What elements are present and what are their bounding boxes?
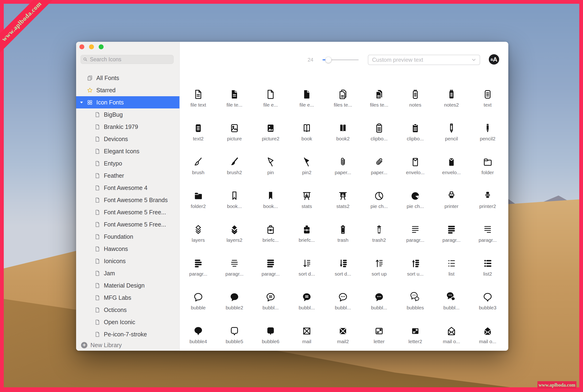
grid-item-pie-ch[interactable]: pie ch... [397, 190, 433, 223]
grid-item-trash2[interactable]: trash2 [361, 223, 397, 257]
close-button[interactable] [79, 44, 84, 49]
sidebar-item-font-awesome-5-free[interactable]: Font Awesome 5 Free... [76, 206, 180, 218]
grid-item-files-te[interactable]: files te... [361, 88, 397, 122]
sidebar-item-material-design[interactable]: Material Design [76, 279, 180, 292]
sidebar-item-brankic-1979[interactable]: Brankic 1979 [76, 121, 180, 133]
slider-thumb[interactable] [325, 57, 331, 63]
grid-item-file-text[interactable]: file text [180, 88, 216, 122]
grid-item-bubbl[interactable]: bubbl... [325, 291, 361, 325]
grid-item-pencil[interactable]: pencil [433, 122, 469, 156]
grid-item-folder[interactable]: folder [469, 156, 506, 190]
grid-item-book[interactable]: book... [216, 190, 253, 223]
sidebar-item-jam[interactable]: Jam [76, 267, 180, 279]
grid-item-trash[interactable]: trash [325, 223, 361, 257]
sidebar-item-bigbug[interactable]: BigBug [76, 108, 180, 121]
grid-item-stats[interactable]: stats [289, 190, 325, 223]
grid-item-bubble5[interactable]: bubble5 [216, 325, 253, 358]
sidebar-item-hawcons[interactable]: Hawcons [76, 243, 180, 255]
grid-item-bubble4[interactable]: bubble4 [180, 325, 216, 358]
grid-item-briefc[interactable]: briefc... [289, 223, 325, 257]
grid-item-book[interactable]: book [289, 122, 325, 156]
grid-item-sort-d[interactable]: sort d... [289, 257, 325, 291]
grid-item-bubble2[interactable]: bubble2 [216, 291, 253, 325]
grid-item-mail2[interactable]: mail2 [325, 325, 361, 358]
sidebar-item-octicons[interactable]: Octicons [76, 304, 180, 316]
grid-item-sort-d[interactable]: sort d... [325, 257, 361, 291]
grid-item-sort-up[interactable]: sort up [361, 257, 397, 291]
preview-text-select[interactable]: Custom preview text [368, 55, 480, 65]
grid-item-paragr[interactable]: paragr... [469, 223, 506, 257]
grid-item-paragr[interactable]: paragr... [433, 223, 469, 257]
search-field[interactable] [81, 55, 174, 64]
grid-item-bubbles[interactable]: bubbles [397, 291, 433, 325]
grid-item-picture2[interactable]: picture2 [253, 122, 289, 156]
grid-item-paragr[interactable]: paragr... [180, 257, 216, 291]
grid-item-file-te[interactable]: file te... [216, 88, 253, 122]
grid-item-briefc[interactable]: briefc... [253, 223, 289, 257]
font-size-button[interactable]: aA [489, 54, 499, 64]
sidebar-item-font-awesome-4[interactable]: Font Awesome 4 [76, 182, 180, 194]
grid-item-layers[interactable]: layers [180, 223, 216, 257]
grid-item-paper[interactable]: paper... [325, 156, 361, 190]
sidebar-item-icon-fonts[interactable]: Icon Fonts [76, 96, 180, 108]
grid-item-letter2[interactable]: letter2 [397, 325, 433, 358]
sidebar-item-ionicons[interactable]: Ionicons [76, 255, 180, 267]
grid-item-clipbo[interactable]: clipbo... [397, 122, 433, 156]
sidebar-item-font-awesome-5-free[interactable]: Font Awesome 5 Free... [76, 218, 180, 230]
disclosure-triangle-icon[interactable] [80, 102, 83, 104]
grid-item-letter[interactable]: letter [361, 325, 397, 358]
sidebar-item-devicons[interactable]: Devicons [76, 133, 180, 145]
sidebar-item-pe-icon-7-stroke[interactable]: Pe-icon-7-stroke [76, 328, 180, 340]
grid-item-envelo[interactable]: envelo... [433, 156, 469, 190]
grid-item-pin[interactable]: pin [253, 156, 289, 190]
search-input[interactable] [89, 56, 171, 63]
grid-item-text[interactable]: text [469, 88, 506, 122]
grid-item-paper[interactable]: paper... [361, 156, 397, 190]
grid-item-file-e[interactable]: file e... [289, 88, 325, 122]
grid-item-file-e[interactable]: file e... [253, 88, 289, 122]
grid-item-text2[interactable]: text2 [180, 122, 216, 156]
grid-item-mail-o[interactable]: mail o... [469, 325, 506, 358]
grid-item-paragr[interactable]: paragr... [397, 223, 433, 257]
grid-item-bubbl[interactable]: bubbl... [289, 291, 325, 325]
grid-item-pie-ch[interactable]: pie ch... [361, 190, 397, 223]
sidebar-item-feather[interactable]: Feather [76, 170, 180, 182]
sidebar-item-starred[interactable]: Starred [76, 84, 180, 96]
grid-item-bubbl[interactable]: bubbl... [361, 291, 397, 325]
sidebar-item-foundation[interactable]: Foundation [76, 230, 180, 243]
grid-item-brush[interactable]: brush [180, 156, 216, 190]
grid-item-folder2[interactable]: folder2 [180, 190, 216, 223]
grid-item-bubble3[interactable]: bubble3 [469, 291, 506, 325]
grid-item-book2[interactable]: book2 [325, 122, 361, 156]
grid-item-layers2[interactable]: layers2 [216, 223, 253, 257]
grid-item-list2[interactable]: list2 [469, 257, 506, 291]
grid-item-stats2[interactable]: stats2 [325, 190, 361, 223]
sidebar-item-open-iconic[interactable]: Open Iconic [76, 316, 180, 328]
grid-item-clipbo[interactable]: clipbo... [361, 122, 397, 156]
grid-item-picture[interactable]: picture [216, 122, 253, 156]
grid-item-brush2[interactable]: brush2 [216, 156, 253, 190]
grid-item-sort-u[interactable]: sort u... [397, 257, 433, 291]
new-library-button[interactable]: + New Library [76, 340, 180, 351]
zoom-button[interactable] [99, 44, 104, 49]
grid-item-printer[interactable]: printer [433, 190, 469, 223]
minimize-button[interactable] [89, 44, 94, 49]
grid-item-printer2[interactable]: printer2 [469, 190, 506, 223]
grid-item-bubbl[interactable]: bubbl... [253, 291, 289, 325]
grid-item-bubbl[interactable]: bubbl... [433, 291, 469, 325]
grid-item-mail-o[interactable]: mail o... [433, 325, 469, 358]
grid-item-notes[interactable]: notes [397, 88, 433, 122]
grid-item-pencil2[interactable]: pencil2 [469, 122, 506, 156]
sidebar-item-all-fonts[interactable]: All Fonts [76, 72, 180, 84]
icon-size-slider[interactable] [322, 57, 359, 63]
grid-item-book[interactable]: book... [253, 190, 289, 223]
grid-item-files-te[interactable]: files te... [325, 88, 361, 122]
sidebar-item-font-awesome-5-brands[interactable]: Font Awesome 5 Brands [76, 194, 180, 206]
grid-item-envelo[interactable]: envelo... [397, 156, 433, 190]
grid-item-mail[interactable]: mail [289, 325, 325, 358]
sidebar-item-elegant-icons[interactable]: Elegant Icons [76, 145, 180, 157]
grid-item-bubble[interactable]: bubble [180, 291, 216, 325]
sidebar-item-mfg-labs[interactable]: MFG Labs [76, 292, 180, 304]
grid-item-paragr[interactable]: paragr... [253, 257, 289, 291]
grid-item-paragr[interactable]: paragr... [216, 257, 253, 291]
